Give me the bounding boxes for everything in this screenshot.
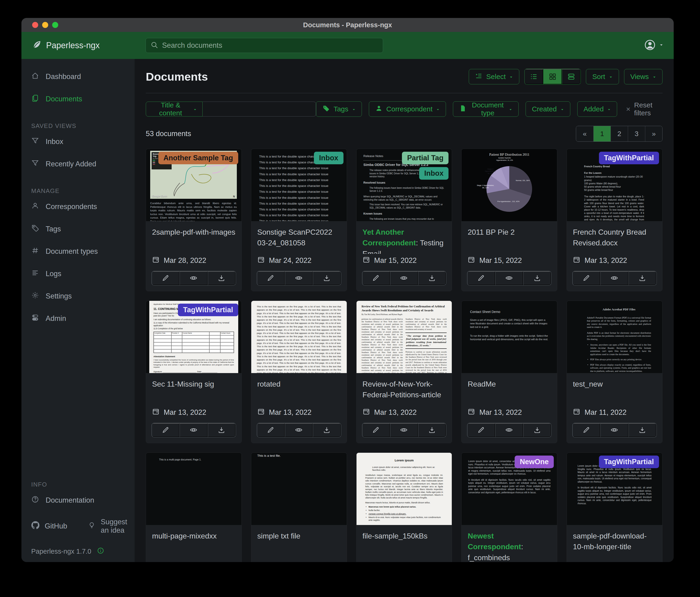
card-title[interactable]: Yet Another Correspondent: Testing Email: [362, 227, 446, 254]
close-button[interactable]: [32, 22, 38, 28]
card-title[interactable]: simple txt file: [257, 531, 341, 541]
tag-badge[interactable]: NewOne: [515, 456, 554, 468]
download-button[interactable]: [523, 271, 551, 285]
sidebar-item-correspondents[interactable]: Correspondents: [21, 195, 134, 218]
filter-tags-button[interactable]: Tags: [316, 101, 361, 117]
card-thumbnail[interactable]: Review of New York Federal Petitions for…: [356, 301, 452, 373]
card-thumbnail[interactable]: Adobe Acrobat PDF FilesAdobe® Portable D…: [567, 301, 662, 373]
edit-button[interactable]: [573, 271, 600, 285]
tag-badge[interactable]: Inbox: [419, 167, 449, 180]
tag-badge[interactable]: TagWithPartial: [599, 152, 659, 164]
view-button[interactable]: [390, 423, 418, 437]
view-button[interactable]: [495, 423, 523, 437]
user-menu[interactable]: [644, 39, 664, 52]
card-title[interactable]: multi-page-mixedxx: [152, 531, 235, 541]
pagination-page-3[interactable]: 3: [628, 126, 645, 141]
views-button[interactable]: Views: [624, 69, 662, 85]
card-thumbnail[interactable]: Lorem ipsumLorem ipsum dolor sit amet, c…: [356, 453, 452, 525]
view-button[interactable]: [285, 271, 313, 285]
tag-badge[interactable]: TagWithPartial: [599, 456, 659, 468]
view-mode-large-cards[interactable]: [562, 69, 580, 85]
card-title[interactable]: Review-of-New-York-Federal-Petitions-art…: [362, 379, 446, 400]
download-button[interactable]: [523, 423, 551, 437]
filter-added-button[interactable]: Added: [577, 101, 617, 117]
sidebar-item-settings[interactable]: Settings: [21, 285, 134, 307]
suggest-idea-link[interactable]: Suggest an idea: [88, 518, 127, 534]
reset-filters-button[interactable]: × Reset filters: [626, 101, 662, 117]
card-title[interactable]: file-sample_150kBs: [362, 531, 446, 541]
view-button[interactable]: [179, 271, 207, 285]
sidebar-item-documentation[interactable]: Documentation: [21, 489, 134, 511]
download-button[interactable]: [628, 423, 656, 437]
card-title[interactable]: 2011 BP Pie 2: [468, 227, 551, 237]
zoom-button[interactable]: [52, 22, 58, 28]
pagination-next[interactable]: »: [645, 126, 662, 141]
tag-badge[interactable]: Another Sample Tag: [158, 152, 238, 164]
card-title[interactable]: rotated: [257, 379, 341, 389]
sidebar-item-logs[interactable]: Logs: [21, 263, 134, 285]
view-button[interactable]: [390, 271, 418, 285]
sidebar-item-admin[interactable]: Admin: [21, 307, 134, 330]
tag-badge[interactable]: TagWithPartial: [178, 304, 238, 316]
download-button[interactable]: [418, 271, 446, 285]
pagination-prev[interactable]: «: [576, 126, 593, 141]
card-title[interactable]: Newest Correspondent: f_combineds: [468, 531, 551, 562]
card-correspondent-link[interactable]: Newest Correspondent: [468, 532, 521, 551]
filter-document-type-button[interactable]: Document type: [453, 101, 519, 117]
card-title[interactable]: Sonstige ScanPC2022 03-24_081058: [257, 227, 341, 248]
edit-button[interactable]: [362, 423, 390, 437]
sidebar-item-dashboard[interactable]: Dashboard: [21, 66, 134, 88]
edit-button[interactable]: [467, 423, 495, 437]
sort-button[interactable]: Sort: [586, 69, 619, 85]
edit-button[interactable]: [362, 271, 390, 285]
view-mode-details-list[interactable]: [525, 69, 543, 85]
pagination-page-1[interactable]: 1: [593, 126, 610, 141]
download-button[interactable]: [208, 271, 236, 285]
edit-button[interactable]: [257, 271, 285, 285]
download-button[interactable]: [628, 271, 656, 285]
download-button[interactable]: [418, 423, 446, 437]
card-title[interactable]: Sec 11-Missing sig: [152, 379, 235, 389]
card-thumbnail[interactable]: This is the text that appears on the fir…: [251, 301, 347, 373]
download-button[interactable]: [208, 423, 236, 437]
view-mode-small-cards[interactable]: [543, 69, 562, 85]
sidebar-item-document-types[interactable]: Document types: [21, 240, 134, 263]
edit-button[interactable]: [467, 271, 495, 285]
filter-correspondent-button[interactable]: Correspondent: [369, 101, 446, 117]
card-title[interactable]: French Country Bread Revised.docx: [573, 227, 656, 248]
tag-badge[interactable]: Inbox: [314, 152, 344, 164]
sidebar-item-recently-added[interactable]: Recently Added: [21, 153, 134, 175]
filter-query-input[interactable]: [203, 102, 316, 117]
title-content-dropdown[interactable]: Title & content: [146, 102, 203, 117]
minimize-button[interactable]: [42, 22, 48, 28]
card-title[interactable]: sample-pdf-download-10-mb-longer-title: [573, 531, 656, 552]
view-button[interactable]: [495, 271, 523, 285]
card-thumbnail[interactable]: This is a test file.: [251, 453, 347, 525]
brand[interactable]: Paperless-ngx: [32, 39, 146, 52]
filter-created-button[interactable]: Created: [526, 101, 570, 117]
view-button[interactable]: [600, 423, 628, 437]
card-title[interactable]: 2sample-pdf-with-images: [152, 227, 235, 237]
card-correspondent-link[interactable]: Yet Another Correspondent: [362, 228, 416, 247]
download-button[interactable]: [313, 271, 341, 285]
card-thumbnail[interactable]: This is a multi page document. Page 1.: [146, 453, 242, 525]
sidebar-item-documents[interactable]: Documents: [21, 88, 134, 110]
pagination-page-2[interactable]: 2: [610, 126, 628, 141]
view-button[interactable]: [285, 423, 313, 437]
info-circle-icon[interactable]: [97, 547, 104, 556]
edit-button[interactable]: [152, 271, 179, 285]
card-title[interactable]: ReadMe: [468, 379, 551, 389]
card-thumbnail[interactable]: Contact Sheet DemoGiven a set of image f…: [461, 301, 557, 373]
github-link[interactable]: GitHub: [31, 521, 67, 531]
select-button[interactable]: Select: [469, 69, 519, 85]
view-button[interactable]: [600, 271, 628, 285]
download-button[interactable]: [313, 423, 341, 437]
edit-button[interactable]: [573, 423, 600, 437]
view-button[interactable]: [179, 423, 207, 437]
card-thumbnail[interactable]: Patient BP Distribution 2011Normal, 151,…: [461, 149, 557, 221]
tag-badge[interactable]: Partial Tag: [402, 152, 449, 164]
sidebar-item-inbox[interactable]: Inbox: [21, 130, 134, 153]
search-input[interactable]: [162, 41, 378, 50]
edit-button[interactable]: [152, 423, 179, 437]
edit-button[interactable]: [257, 423, 285, 437]
